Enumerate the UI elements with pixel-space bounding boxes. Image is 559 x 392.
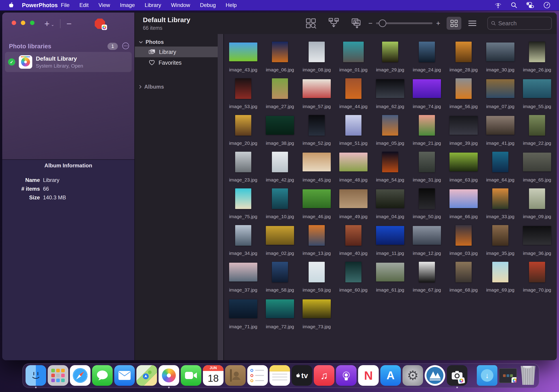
control-center-icon[interactable] — [526, 2, 534, 8]
dock-item-facetime[interactable] — [181, 365, 201, 386]
photo-item[interactable]: image_52.jpg — [298, 113, 335, 150]
photo-item[interactable]: image_51.jpg — [335, 113, 372, 150]
list-view-button[interactable] — [465, 17, 480, 30]
dock-item-downloads[interactable]: ↓ — [477, 365, 497, 386]
merge-libraries-button[interactable] — [327, 17, 340, 29]
zoom-in-label[interactable]: + — [436, 19, 440, 27]
dock-item-contacts[interactable] — [225, 365, 246, 386]
menu-item-view[interactable]: View — [99, 2, 110, 8]
dock-item-music[interactable]: ♫ — [314, 365, 334, 386]
photos-group-header[interactable]: Photos — [135, 38, 218, 46]
dock-item-photos[interactable] — [158, 365, 179, 386]
clock-icon[interactable] — [543, 1, 550, 9]
photo-item[interactable]: image_72.jpg — [261, 296, 298, 333]
photo-item[interactable]: image_01.jpg — [335, 39, 372, 76]
photo-item[interactable]: image_59.jpg — [298, 259, 335, 296]
photo-item[interactable]: image_26.jpg — [519, 39, 555, 76]
quit-photos-button[interactable] — [94, 18, 106, 29]
menu-item-file[interactable]: File — [61, 2, 70, 8]
photo-item[interactable]: image_69.jpg — [482, 259, 519, 296]
photo-item[interactable]: image_22.jpg — [519, 113, 555, 150]
apple-menu-icon[interactable] — [9, 2, 14, 8]
photo-item[interactable]: image_63.jpg — [445, 150, 482, 186]
photo-item[interactable]: image_23.jpg — [225, 150, 261, 186]
photo-item[interactable]: image_44.jpg — [335, 76, 372, 113]
albums-group-header[interactable]: Albums — [135, 82, 218, 91]
photo-item[interactable]: image_48.jpg — [335, 150, 372, 186]
thumbnail-size-slider[interactable] — [376, 22, 432, 24]
dock-item-notes[interactable] — [270, 365, 290, 386]
photo-item[interactable]: image_03.jpg — [445, 223, 482, 259]
dock-item-appstore[interactable]: A — [380, 365, 401, 386]
dock-item-reminders[interactable] — [247, 365, 268, 386]
more-options-button[interactable] — [122, 42, 130, 51]
dock-item-settings[interactable]: ⚙ — [402, 365, 423, 386]
photo-item[interactable]: image_41.jpg — [482, 113, 519, 150]
menu-item-edit[interactable]: Edit — [79, 2, 88, 8]
dock-item-news[interactable]: N — [358, 365, 379, 386]
photo-item[interactable]: image_33.jpg — [482, 186, 519, 223]
grid-view-button[interactable] — [447, 17, 461, 30]
dock-item-safari[interactable] — [70, 365, 91, 386]
dock-item-trash[interactable] — [519, 365, 538, 386]
photo-item[interactable]: image_65.jpg — [519, 150, 555, 186]
photo-item[interactable]: image_31.jpg — [409, 150, 445, 186]
add-library-button[interactable]: + — [44, 19, 49, 29]
find-duplicates-button[interactable] — [305, 17, 317, 29]
photo-item[interactable]: image_36.jpg — [519, 223, 555, 259]
dock-item-launchpad[interactable] — [48, 365, 68, 386]
search-field[interactable] — [487, 17, 552, 30]
photo-item[interactable]: image_64.jpg — [482, 150, 519, 186]
photo-item[interactable]: image_04.jpg — [372, 186, 409, 223]
photo-item[interactable]: image_29.jpg — [372, 39, 409, 76]
dock-item-mail[interactable] — [114, 365, 135, 386]
photo-item[interactable]: image_28.jpg — [445, 39, 482, 76]
photo-item[interactable]: image_24.jpg — [409, 39, 445, 76]
menu-item-help[interactable]: Help — [226, 2, 237, 8]
photo-item[interactable]: image_10.jpg — [261, 186, 298, 223]
photo-item[interactable]: image_07.jpg — [482, 76, 519, 113]
chevron-down-icon[interactable]: ⌄ — [51, 22, 54, 27]
zoom-button[interactable] — [30, 21, 35, 25]
photo-item[interactable]: image_53.jpg — [225, 76, 261, 113]
photo-item[interactable]: image_66.jpg — [445, 186, 482, 223]
menu-item-library[interactable]: Library — [145, 2, 161, 8]
photo-item[interactable]: image_67.jpg — [409, 259, 445, 296]
photo-item[interactable]: image_40.jpg — [335, 223, 372, 259]
photo-item[interactable]: image_75.jpg — [225, 186, 261, 223]
wifi-alert-icon[interactable] — [494, 2, 502, 9]
search-input[interactable] — [498, 20, 548, 27]
photo-item[interactable]: image_57.jpg — [298, 76, 335, 113]
photo-item[interactable]: image_35.jpg — [482, 223, 519, 259]
copy-photos-button[interactable] — [350, 17, 363, 29]
photo-item[interactable]: image_45.jpg — [298, 150, 335, 186]
photo-item[interactable]: image_46.jpg — [298, 186, 335, 223]
photo-item[interactable]: image_54.jpg — [372, 150, 409, 186]
photo-item[interactable]: image_12.jpg — [409, 223, 445, 259]
photo-item[interactable]: image_56.jpg — [445, 76, 482, 113]
photo-item[interactable]: image_71.jpg — [225, 296, 261, 333]
photo-item[interactable]: image_60.jpg — [335, 259, 372, 296]
photo-item[interactable]: image_39.jpg — [445, 113, 482, 150]
pane-scrollbar[interactable] — [218, 34, 224, 360]
photo-item[interactable]: image_49.jpg — [335, 186, 372, 223]
photo-item[interactable]: image_30.jpg — [482, 39, 519, 76]
menu-item-image[interactable]: Image — [120, 2, 135, 8]
photo-item[interactable]: image_42.jpg — [261, 150, 298, 186]
photo-item[interactable]: image_58.jpg — [261, 259, 298, 296]
menu-item-window[interactable]: Window — [171, 2, 190, 8]
photo-item[interactable]: image_02.jpg — [261, 223, 298, 259]
sidebar-item-library[interactable]: Library — [135, 46, 218, 57]
photo-item[interactable]: image_43.jpg — [225, 39, 261, 76]
dock-item-minwin[interactable] — [499, 365, 517, 386]
photo-item[interactable]: image_61.jpg — [372, 259, 409, 296]
photo-item[interactable]: image_68.jpg — [445, 259, 482, 296]
menu-item-debug[interactable]: Debug — [200, 2, 216, 8]
dock-item-mountain[interactable] — [425, 365, 445, 386]
photo-item[interactable]: image_74.jpg — [409, 76, 445, 113]
photo-item[interactable]: image_50.jpg — [409, 186, 445, 223]
photo-item[interactable]: image_20.jpg — [225, 113, 261, 150]
photo-item[interactable]: image_27.jpg — [261, 76, 298, 113]
photo-item[interactable]: image_13.jpg — [298, 223, 335, 259]
photo-item[interactable]: image_62.jpg — [372, 76, 409, 113]
